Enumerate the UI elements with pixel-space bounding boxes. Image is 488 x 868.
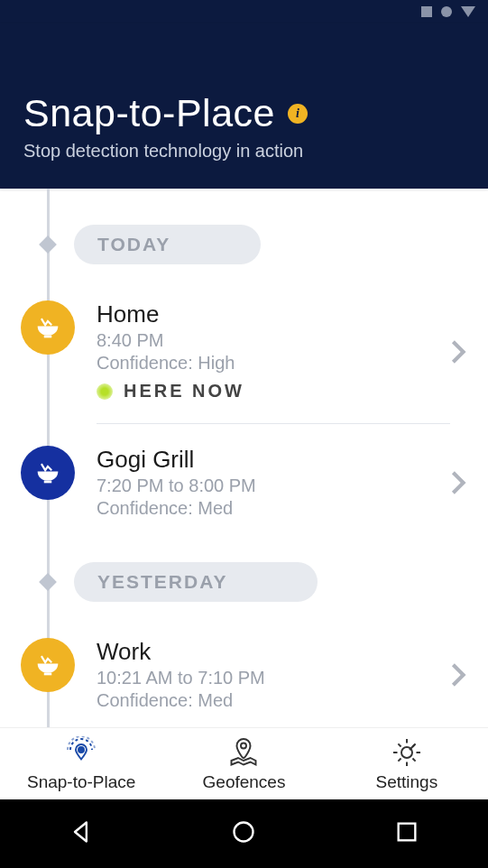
here-dot-icon (97, 383, 113, 400)
day-label: YESTERDAY (74, 562, 318, 602)
status-circle-icon (441, 6, 452, 17)
entry-title: Work (97, 638, 450, 666)
chevron-right-icon (450, 662, 466, 691)
entry-confidence: Confidence: High (97, 353, 450, 374)
svg-rect-2 (44, 673, 52, 676)
diamond-icon (39, 573, 57, 591)
back-button[interactable] (69, 819, 94, 848)
svg-point-3 (78, 747, 84, 753)
nav-label: Snap-to-Place (27, 772, 135, 792)
nav-label: Settings (375, 772, 437, 792)
entry-time: 10:21 AM to 7:10 PM (97, 668, 450, 688)
diamond-icon (39, 235, 57, 254)
chevron-right-icon (450, 339, 466, 368)
nav-geofences[interactable]: Geofences (162, 728, 325, 799)
entry-confidence: Confidence: Med (97, 498, 450, 519)
svg-rect-0 (44, 336, 52, 338)
recent-apps-button[interactable] (394, 819, 419, 848)
entry-title: Gogi Grill (97, 446, 450, 474)
svg-rect-1 (44, 481, 52, 484)
app-header: Snap-to-Place i Stop detection technolog… (0, 23, 488, 189)
status-bar (0, 0, 488, 23)
entry-time: 8:40 PM (97, 330, 450, 351)
timeline-entry[interactable]: Home 8:40 PM Confidence: High HERE NOW (0, 300, 488, 424)
here-now-indicator: HERE NOW (97, 381, 450, 402)
rx-mortar-icon (21, 638, 75, 692)
svg-rect-7 (398, 824, 415, 841)
nav-label: Geofences (203, 772, 286, 792)
target-pin-icon (65, 736, 97, 769)
timeline-entry[interactable]: Gogi Grill 7:20 PM to 8:00 PM Confidence… (0, 446, 488, 540)
status-triangle-icon (461, 6, 475, 17)
nav-snap-to-place[interactable]: Snap-to-Place (0, 728, 162, 799)
entry-confidence: Confidence: Med (97, 690, 450, 711)
rx-mortar-icon (21, 300, 75, 355)
entry-time: 7:20 PM to 8:00 PM (97, 476, 450, 496)
here-now-label: HERE NOW (124, 381, 244, 402)
entry-title: Home (97, 300, 450, 328)
system-nav-bar (0, 799, 488, 868)
header-title: Snap-to-Place (23, 91, 275, 135)
gear-wrench-icon (391, 736, 423, 769)
home-button[interactable] (231, 819, 256, 848)
map-pin-icon (227, 736, 260, 769)
nav-settings[interactable]: Settings (326, 728, 488, 799)
svg-point-4 (241, 743, 246, 748)
timeline: TODAY Home 8:40 PM Confidence: High HERE… (0, 189, 488, 733)
chevron-right-icon (450, 470, 466, 499)
day-marker-today: TODAY (0, 225, 488, 264)
header-subtitle: Stop detection technology in action (23, 141, 465, 162)
status-square-icon (421, 6, 432, 17)
info-icon[interactable]: i (288, 104, 308, 124)
bottom-nav: Snap-to-Place Geofences Settings (0, 727, 488, 799)
timeline-entry[interactable]: Work 10:21 AM to 7:10 PM Confidence: Med (0, 638, 488, 733)
rx-mortar-icon (21, 446, 75, 500)
day-label: TODAY (74, 225, 261, 264)
day-marker-yesterday: YESTERDAY (0, 562, 488, 602)
svg-point-6 (235, 823, 253, 842)
